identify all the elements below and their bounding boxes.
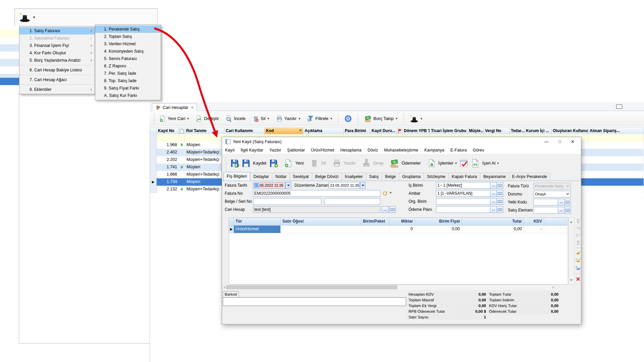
payments-icon[interactable] [390,159,399,168]
maximize-button[interactable]: □ [558,137,561,146]
import-button-label[interactable]: İçeri Al [482,161,495,166]
cari-hesap-keypad-button[interactable] [389,206,396,213]
delete-row-icon[interactable] [576,277,581,282]
column-header-doc-small[interactable] [179,128,185,134]
menu-kampanya[interactable]: Kampanya [421,148,447,153]
toolbar-icon-button[interactable]: ▾ [407,113,425,124]
keypad-button[interactable] [564,207,571,213]
tab-sevkiyat[interactable]: Sevkiyat [289,173,312,181]
menu-item-7-cari-hesap-a-ac[interactable]: 7. Cari Hesap Ağacı [19,76,95,83]
save-new-icon[interactable] [269,159,278,168]
column-header-t-r[interactable]: Tür [234,218,281,225]
menu-item-2-sat-nalma-faturas[interactable]: 2. Satınalma Faturası› [19,35,95,42]
tab-belge[interactable]: Belge [382,173,399,181]
cell-tur[interactable]: Ürün/Hizmet [234,226,281,233]
menu-yazd-r[interactable]: Yazdır [266,148,284,153]
insert-row-icon[interactable] [575,251,581,256]
menu-ablonlar[interactable]: Şablonlar [284,148,308,153]
toolbar-button-bor-takip[interactable]: Borç Takip▾ [362,114,400,124]
menu-g-rev[interactable]: Görev [470,148,487,153]
barkod-tab[interactable]: Barkod [223,291,239,298]
import-icon[interactable] [471,159,480,168]
scroll-right-icon[interactable]: › [552,285,554,290]
tab-fi-bilgileri[interactable]: Fiş Bilgileri [223,172,250,181]
column-header-olu-turan-kullan-c[interactable]: Oluşturan Kullanıcı [551,128,588,134]
satis-elemani-input[interactable]: … [533,207,571,214]
tab-kapal-fatura[interactable]: Kapalı Fatura [448,173,480,181]
save-icon[interactable] [241,159,251,168]
column-header-d-nem-ypb-t[interactable]: Dönem YPB T... [402,128,430,134]
toolbar-button-filtrele[interactable]: Filtrele▾ [304,114,335,123]
ambar-input[interactable]: 1 [1 -VARSAYILAN]… [436,190,503,197]
column-header-flag[interactable] [397,128,402,134]
submenu-item-1-perakende-sat[interactable]: 1. Perakende Satış [95,25,161,33]
insert-detail-row-icon[interactable] [575,265,581,271]
dropdown-caret-icon[interactable]: ▾ [455,161,457,165]
submenu-item-9-sat-fiyat-fark[interactable]: 9. Satış Fiyat Farkı [95,84,161,92]
approve-check-icon[interactable] [459,159,469,168]
new-icon[interactable] [284,159,293,168]
refresh-number-icon[interactable] [382,191,388,196]
menu-muhasebele-tirme[interactable]: Muhasebeleştirme [381,148,421,153]
column-header-rol-tan-m[interactable]: Rol Tanımı [185,128,224,134]
fatura-tarihi-dropdown-button[interactable] [285,182,291,189]
barkod-input[interactable] [223,297,406,306]
restore-view-icon[interactable] [616,105,622,109]
keypad-button[interactable] [496,206,503,213]
toolbar-button-yeni-cari[interactable]: Yeni Cari▾ [157,114,192,123]
menu-i-lgili-kay-tlar[interactable]: İlgili Kayıtlar [238,148,266,153]
submenu-item-7-per-sat-i-ade[interactable]: 7. Per. Satış İade [95,70,161,77]
column-header-vergi-no[interactable]: Vergi No [484,128,509,134]
column-header-cari-kullan-m[interactable]: Cari Kullanımı [224,128,265,134]
column-header-sat-r-esi[interactable]: Satır Öğesi [281,218,361,225]
menu-d-viz[interactable]: Döviz [365,148,381,153]
column-header-birim-paket[interactable]: Birim/Paket [361,218,390,225]
menu-item-5-bor-ya-land-rma-analizi[interactable]: 5. Borç Yaşlandırma Analizi› [19,57,95,64]
column-header-birim-fiyat[interactable]: Birim Fiyat [415,218,462,225]
menu-kay-t[interactable]: Kayıt [222,148,238,153]
grid-row[interactable]: ▶Ürün/Hizmet00,000,00- [229,226,568,233]
column-header-al-nan-sipari[interactable]: Alınan Sipariş... [588,128,644,134]
tab-beyanname[interactable]: Beyanname [480,173,509,181]
keypad-button[interactable] [496,198,503,204]
column-header-kay-t-duru[interactable]: Kayıt Duru... [370,128,397,134]
duzenleme-zamani-input[interactable]: 23.05.2022 11:35 [329,182,360,189]
is-birimi-input[interactable]: 1 - 1 [Merkez]… [436,182,503,189]
scrollbar-thumb[interactable] [226,285,397,289]
fatura-no-input[interactable]: EMI2022000000005 [253,190,380,197]
odeme-plani-input[interactable]: … [436,206,503,213]
insert-row-after-icon[interactable] [575,258,581,263]
toolbar-button-yazd-r[interactable]: Yazdır▾ [273,114,303,123]
menu-r-n-hizmet[interactable]: Ürün/Hizmet [308,148,337,153]
column-header-kay-t-no[interactable]: Kayıt No [157,128,179,134]
lookup-button[interactable]: … [490,190,496,196]
column-header-ticari-i-lem-grubu[interactable]: Ticari İşlem Grubu [430,128,468,134]
submenu-item-6-z-raporu[interactable]: 6. Z Raporu [95,62,161,70]
duzenleme-zamani-dropdown-button[interactable] [360,182,366,189]
belge-no-input[interactable] [253,198,321,205]
operations-button-label[interactable]: İşlemler [438,161,454,166]
yetki-kodu-input[interactable]: … [533,199,571,205]
submenu-item-2-toptan-sat[interactable]: 2. Toptan Satış [95,33,161,40]
payments-button-label[interactable]: Ödemeler [401,161,421,166]
submenu-item-4-konsinyeden-sat[interactable]: 4. Konsinyeden Satış [95,48,161,55]
dropdown-caret-icon[interactable]: ▾ [390,191,391,194]
lookup-button[interactable]: … [490,198,496,204]
menu-e-fatura[interactable]: E-Fatura [447,148,470,153]
column-header-tedar[interactable]: Tedar... [509,128,525,134]
toolbar-button-sil[interactable]: Sil▾ [250,114,272,123]
close-button[interactable]: × [571,137,574,146]
tab-notlar[interactable]: Notlar [272,173,290,181]
scroll-left-icon[interactable]: ‹ [224,285,225,290]
magic-hat-button[interactable]: ▾ [18,10,36,24]
vertical-scrollbar[interactable] [568,218,575,285]
submenu-item-8-top-sat-i-ade[interactable]: 8. Top. Satış İade [95,77,161,84]
new-button-label[interactable]: Yeni [295,161,304,166]
keypad-button[interactable] [496,190,503,196]
org-birim-input[interactable]: … [436,198,503,205]
tab-gruplama[interactable]: Gruplama [399,173,424,181]
menu-item-1-sat-faturas[interactable]: 1. Satış Faturası› [19,27,95,35]
dropdown-caret-icon[interactable]: ▾ [497,161,499,165]
save-refresh-icon[interactable] [230,159,239,168]
menu-item-8-eklentiler[interactable]: 8. Eklentiler› [19,86,95,93]
